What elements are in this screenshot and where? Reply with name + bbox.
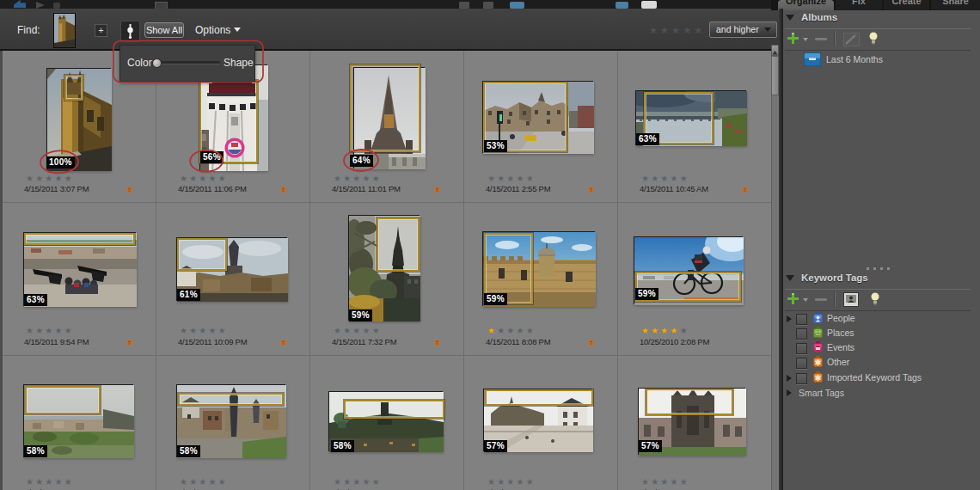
svg-text:✱: ✱ [815, 358, 822, 367]
svg-text:✱: ✱ [815, 374, 822, 383]
